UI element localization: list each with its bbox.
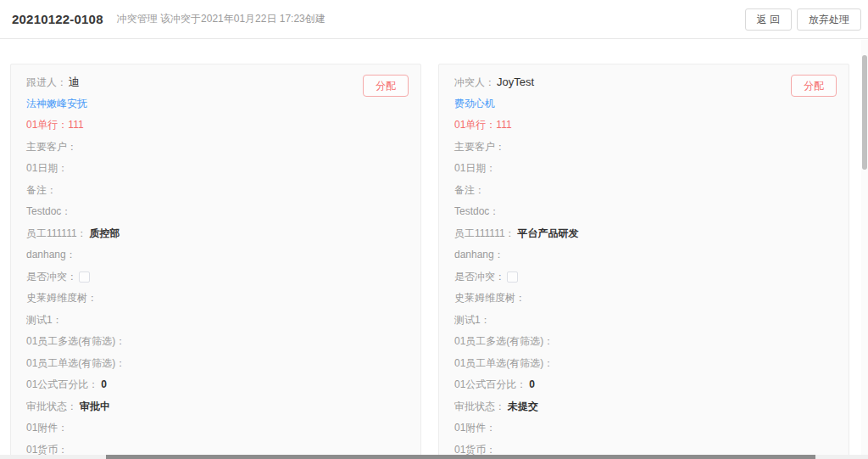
field-row: 01员工多选(有筛选)：	[454, 336, 833, 347]
field-row: 01货币：	[26, 445, 405, 456]
assign-button[interactable]: 分配	[363, 75, 409, 97]
field-value: 质控部	[90, 227, 120, 239]
field-list: 主要客户：01日期：备注：Testdoc：员工111111：平台产品研发danh…	[454, 142, 833, 456]
field-label: 01员工单选(有筛选)：	[454, 357, 554, 369]
field-label: 01员工多选(有筛选)：	[454, 335, 554, 347]
field-row: 史莱姆维度树：	[454, 293, 833, 304]
field-label: 员工111111：	[454, 227, 515, 239]
field-label: 主要客户：	[26, 141, 77, 153]
horizontal-scrollbar-thumb[interactable]	[106, 455, 815, 459]
field-row: 主要客户：	[454, 142, 833, 153]
field-label: 01公式百分比：	[454, 378, 526, 390]
field-row: 01员工单选(有筛选)：	[454, 358, 833, 369]
field-row: 员工111111：平台产品研发	[454, 228, 833, 239]
field-label: 01日期：	[454, 162, 496, 174]
field-list: 主要客户：01日期：备注：Testdoc：员工111111：质控部danhang…	[26, 142, 405, 456]
highlight-field-row: 01单行：111	[454, 120, 833, 131]
field-label: 01附件：	[454, 422, 496, 434]
field-row: Testdoc：	[454, 206, 833, 217]
page-subtitle: 冲突管理 该冲突于2021年01月22日 17:23创建	[117, 12, 326, 26]
highlight-field-row: 01单行：111	[26, 120, 405, 131]
field-label: 测试1：	[454, 314, 491, 326]
field-row: Testdoc：	[26, 206, 405, 217]
field-value: 平台产品研发	[518, 227, 579, 239]
field-label: Testdoc：	[26, 205, 71, 217]
field-label: 01货币：	[26, 444, 68, 456]
field-value: 未提交	[508, 400, 538, 412]
conflict-checkbox[interactable]	[507, 271, 518, 283]
record-owner-row: 冲突人：JoyTest	[454, 76, 833, 87]
field-row: 审批状态：审批中	[26, 401, 405, 412]
field-label: 主要客户：	[454, 141, 505, 153]
field-row: 审批状态：未提交	[454, 401, 833, 412]
field-label: 01公式百分比：	[26, 378, 98, 390]
field-row: 员工111111：质控部	[26, 228, 405, 239]
field-row: 01货币：	[454, 445, 833, 456]
field-label: 员工111111：	[26, 227, 87, 239]
field-label: 01货币：	[454, 444, 496, 456]
field-row: 是否冲突：	[26, 271, 405, 283]
field-row: danhang：	[26, 249, 405, 260]
field-label: 审批状态：	[26, 400, 77, 412]
highlight-label: 01单行：	[454, 119, 496, 131]
field-label: Testdoc：	[454, 205, 499, 217]
field-row: danhang：	[454, 249, 833, 260]
field-label: 01员工单选(有筛选)：	[26, 357, 125, 369]
highlight-value: 111	[68, 119, 83, 131]
field-row: 是否冲突：	[454, 271, 833, 283]
page-header: 20210122-0108 冲突管理 该冲突于2021年01月22日 17:23…	[0, 0, 868, 39]
field-row: 01附件：	[26, 423, 405, 434]
field-label: danhang：	[26, 249, 76, 260]
field-row: 01附件：	[454, 423, 833, 434]
field-row: 01公式百分比：0	[26, 379, 405, 390]
field-row: 史莱姆维度树：	[26, 293, 405, 304]
field-label: 是否冲突：	[454, 271, 505, 283]
field-row: 测试1：	[454, 315, 833, 326]
field-label: 备注：	[454, 184, 485, 196]
owner-label: 跟进人：	[26, 76, 67, 88]
field-row: 01日期：	[26, 163, 405, 174]
field-row: 测试1：	[26, 315, 405, 326]
field-label: 01日期：	[26, 162, 68, 174]
field-row: 01公式百分比：0	[454, 379, 833, 390]
field-row: 01日期：	[454, 163, 833, 174]
highlight-value: 111	[496, 119, 511, 131]
page-title: 20210122-0108	[12, 12, 103, 26]
field-value: 0	[101, 378, 107, 390]
field-label: danhang：	[454, 249, 504, 260]
field-value: 审批中	[80, 400, 110, 412]
left-record-card: 跟进人：迪 分配 法神嫩峰安抚 01单行：111 主要客户：01日期：备注：Te…	[10, 64, 421, 459]
field-label: 01员工多选(有筛选)：	[26, 335, 125, 347]
field-label: 备注：	[26, 184, 57, 196]
abandon-button[interactable]: 放弃处理	[797, 8, 861, 31]
highlight-label: 01单行：	[26, 119, 68, 131]
field-value: 0	[529, 378, 535, 390]
horizontal-scrollbar[interactable]	[0, 455, 868, 459]
record-owner-row: 跟进人：迪	[26, 76, 405, 87]
field-label: 史莱姆维度树：	[454, 292, 526, 304]
vertical-scrollbar-thumb[interactable]	[862, 55, 867, 170]
record-link[interactable]: 法神嫩峰安抚	[26, 98, 405, 109]
field-row: 主要客户：	[26, 142, 405, 153]
field-label: 审批状态：	[454, 400, 505, 412]
header-actions: 返 回 放弃处理	[745, 8, 861, 31]
field-label: 测试1：	[26, 314, 63, 326]
owner-label: 冲突人：	[454, 76, 495, 88]
owner-value: JoyTest	[497, 76, 534, 88]
field-row: 01员工单选(有筛选)：	[26, 358, 405, 369]
vertical-scrollbar[interactable]	[861, 40, 868, 455]
back-button[interactable]: 返 回	[745, 8, 792, 31]
field-label: 01附件：	[26, 422, 68, 434]
right-record-card: 冲突人：JoyTest 分配 费劲心机 01单行：111 主要客户：01日期：备…	[438, 64, 849, 459]
conflict-checkbox[interactable]	[79, 271, 90, 283]
field-row: 01员工多选(有筛选)：	[26, 336, 405, 347]
assign-button[interactable]: 分配	[791, 75, 837, 97]
record-link[interactable]: 费劲心机	[454, 98, 833, 109]
conflict-compare-area: 跟进人：迪 分配 法神嫩峰安抚 01单行：111 主要客户：01日期：备注：Te…	[0, 39, 868, 459]
field-row: 备注：	[26, 185, 405, 196]
field-label: 史莱姆维度树：	[26, 292, 97, 304]
field-label: 是否冲突：	[26, 271, 77, 283]
owner-value: 迪	[69, 76, 80, 88]
field-row: 备注：	[454, 185, 833, 196]
